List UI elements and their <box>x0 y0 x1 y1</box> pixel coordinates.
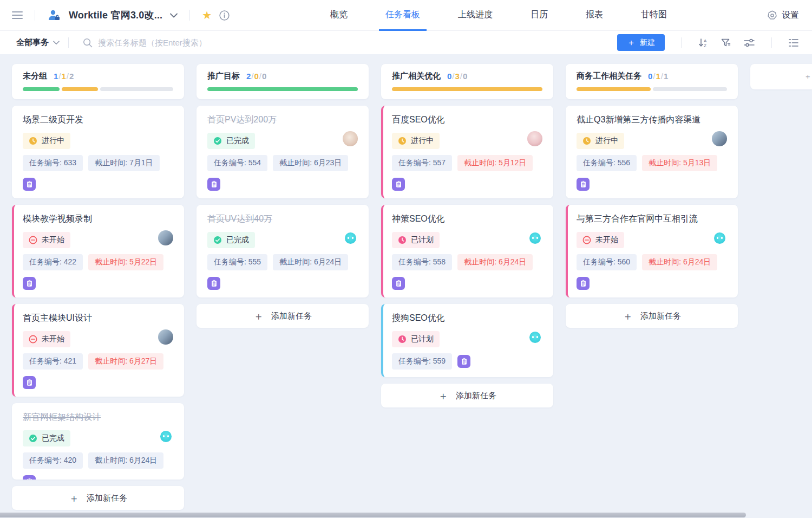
task-card[interactable]: 百度SEO优化 进行中 任务编号: 557 截止时间: 5月12日 <box>381 106 553 198</box>
task-card[interactable]: 与第三方合作在官网中互相引流 未开始 任务编号: 560 截止时间: 6月24日 <box>566 205 738 297</box>
status-label: 已完成 <box>226 136 249 146</box>
status-label: 已计划 <box>411 334 434 344</box>
sort-icon[interactable]: AZ <box>698 37 709 48</box>
icon-row <box>23 376 173 389</box>
scope-selector[interactable]: 全部事务 <box>16 37 60 48</box>
task-number-tag: 任务编号: 555 <box>207 254 267 270</box>
divider <box>189 10 190 21</box>
add-task-button[interactable]: ＋ 添加新任务 <box>12 486 184 510</box>
star-icon[interactable]: ★ <box>202 10 212 21</box>
task-card[interactable]: 搜狗SEO优化 已计划 任务编号: 559 <box>381 304 553 377</box>
assignee-avatar[interactable] <box>714 232 725 244</box>
column-header[interactable]: 商务工作相关任务 0/1/1 <box>566 64 738 99</box>
due-date-tag: 截止时间: 7月1日 <box>88 155 159 171</box>
assignee-avatar[interactable] <box>158 329 173 345</box>
assignee-avatar[interactable] <box>345 232 356 244</box>
due-date-tag: 截止时间: 5月22日 <box>88 254 163 270</box>
filter-icon[interactable] <box>721 37 731 48</box>
tag-row: 任务编号: 554 截止时间: 6月23日 <box>207 155 358 171</box>
nav-tab-1[interactable]: 任务看板 <box>379 0 427 31</box>
status-label: 进行中 <box>411 136 434 146</box>
document-icon[interactable] <box>577 178 590 191</box>
new-task-label: 新建 <box>640 38 655 48</box>
assignee-avatar[interactable] <box>529 332 541 343</box>
column-title: 未分组 <box>23 71 47 81</box>
column-header[interactable]: 推广相关优化 0/3/0 <box>381 64 553 99</box>
divider <box>68 37 69 48</box>
nav-tab-0[interactable]: 概览 <box>324 0 354 31</box>
task-card[interactable]: 场景二级页开发 进行中 任务编号: 633 截止时间: 7月1日 <box>12 106 184 198</box>
tag-row: 任务编号: 558 截止时间: 6月24日 <box>392 254 542 270</box>
column-header[interactable]: 未分组 1/1/2 <box>12 64 184 99</box>
progress-segment <box>577 87 651 91</box>
task-card[interactable]: 截止Q3新增第三方传播内容渠道 进行中 任务编号: 556 截止时间: 5月13… <box>566 106 738 198</box>
document-icon[interactable] <box>23 475 36 480</box>
task-card[interactable]: 首页PV达到200万 已完成 任务编号: 554 截止时间: 6月23日 <box>197 106 369 198</box>
task-title: 首页UV达到40万 <box>207 213 358 225</box>
document-icon[interactable] <box>392 277 405 290</box>
nav-tab-3[interactable]: 日历 <box>524 0 554 31</box>
add-task-label: 添加新任务 <box>271 311 312 321</box>
document-icon[interactable] <box>577 277 590 290</box>
chevron-down-icon[interactable] <box>170 13 178 18</box>
document-icon[interactable] <box>207 178 220 191</box>
status-label: 未开始 <box>42 334 64 344</box>
tag-row: 任务编号: 422 截止时间: 5月22日 <box>23 254 173 270</box>
document-icon[interactable] <box>457 355 470 368</box>
new-task-button[interactable]: ＋ 新建 <box>617 34 665 51</box>
column-header[interactable]: ＋ <box>750 64 812 89</box>
display-settings-icon[interactable] <box>743 37 755 48</box>
assignee-avatar[interactable] <box>527 131 542 146</box>
task-number-tag: 任务编号: 420 <box>23 452 83 469</box>
settings-button[interactable]: 设置 <box>767 10 799 21</box>
search-input[interactable] <box>98 38 271 47</box>
document-icon[interactable] <box>207 277 220 290</box>
project-title[interactable]: Worktile 官网3.0改... <box>69 9 162 22</box>
board-column-1: 推广目标 2/0/0 首页PV达到200万 已完成 任务编号: 554 截止时间… <box>197 64 369 328</box>
task-card[interactable]: 神策SEO优化 已计划 任务编号: 558 截止时间: 6月24日 <box>381 205 553 297</box>
task-number-tag: 任务编号: 558 <box>392 254 452 270</box>
status-label: 进行中 <box>595 136 618 146</box>
add-task-button[interactable]: ＋ 添加新任务 <box>566 304 738 328</box>
check-circle-icon <box>213 137 222 145</box>
list-view-icon[interactable] <box>788 38 799 48</box>
add-task-button[interactable]: ＋ 添加新任务 <box>197 304 369 328</box>
nav-tab-4[interactable]: 报表 <box>579 0 610 31</box>
icon-row <box>23 277 173 290</box>
due-date-tag: 截止时间: 6月24日 <box>642 254 717 270</box>
svg-text:Z: Z <box>704 43 706 48</box>
assignee-avatar[interactable] <box>712 131 727 146</box>
column-header[interactable]: 推广目标 2/0/0 <box>197 64 369 99</box>
document-icon[interactable] <box>23 376 36 389</box>
info-icon[interactable] <box>219 10 230 21</box>
document-icon[interactable] <box>23 178 36 191</box>
menu-icon[interactable] <box>12 11 23 20</box>
column-title: 推广目标 <box>207 71 240 81</box>
column-title: 商务工作相关任务 <box>577 71 641 81</box>
project-icon <box>47 9 61 22</box>
assignee-avatar[interactable] <box>529 232 541 244</box>
add-task-button[interactable]: ＋ 添加新任务 <box>381 384 553 407</box>
task-card[interactable]: 模块教学视频录制 未开始 任务编号: 422 截止时间: 5月22日 <box>12 205 184 297</box>
clock-icon <box>398 335 407 344</box>
task-card[interactable]: 新官网框架结构设计 已完成 任务编号: 420 截止时间: 6月24日 <box>12 403 184 480</box>
column-title: 推广相关优化 <box>392 71 441 81</box>
task-number-tag: 任务编号: 422 <box>23 254 83 270</box>
nav-tab-2[interactable]: 上线进度 <box>451 0 499 31</box>
assignee-avatar[interactable] <box>160 431 172 442</box>
document-icon[interactable] <box>23 277 36 290</box>
horizontal-scrollbar-thumb[interactable] <box>0 513 746 517</box>
assignee-avatar[interactable] <box>158 230 173 245</box>
chevron-down-icon <box>53 41 60 45</box>
kanban-board: 未分组 1/1/2 场景二级页开发 进行中 任务编号: 633 截止时间: 7月… <box>0 54 812 518</box>
task-card[interactable]: 首页主模块UI设计 未开始 任务编号: 421 截止时间: 6月27日 <box>12 304 184 397</box>
nav-tab-5[interactable]: 甘特图 <box>634 0 673 31</box>
status-badge: 已完成 <box>207 133 255 149</box>
task-card[interactable]: 首页UV达到40万 已完成 任务编号: 555 截止时间: 6月24日 <box>197 205 369 297</box>
settings-icon <box>767 10 777 21</box>
assignee-avatar[interactable] <box>343 131 358 146</box>
task-number-tag: 任务编号: 557 <box>392 155 452 171</box>
document-icon[interactable] <box>392 178 405 191</box>
divider <box>681 37 682 48</box>
status-badge: 未开始 <box>23 331 70 347</box>
